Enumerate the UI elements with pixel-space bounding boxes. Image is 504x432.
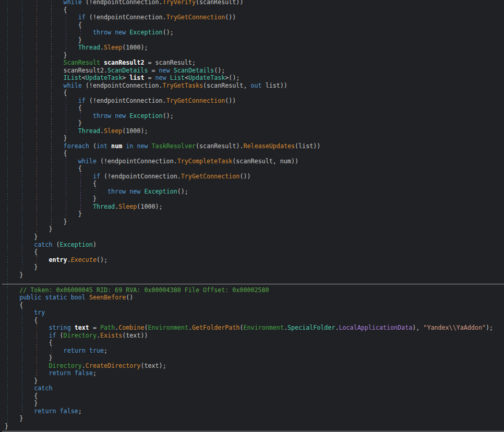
code-line[interactable]: IList<UpdateTask> list = new List<Update… <box>5 74 493 82</box>
code-line[interactable]: } <box>5 233 493 241</box>
code-token: } <box>5 354 52 362</box>
code-token: Environment <box>244 324 284 331</box>
code-line[interactable]: { <box>5 89 493 97</box>
code-line[interactable]: throw new Exception(); <box>5 112 493 120</box>
code-token: foreach <box>64 142 89 150</box>
code-text-layer[interactable]: while (!endpointConnection.TryVerify(sca… <box>0 0 493 430</box>
code-line[interactable]: while (!endpointConnection.TryVerify(sca… <box>5 0 493 6</box>
code-line[interactable]: } <box>5 377 493 385</box>
code-line[interactable]: try <box>5 309 493 317</box>
code-line[interactable]: } <box>5 415 493 423</box>
code-line[interactable]: } <box>5 271 493 279</box>
code-line[interactable]: } <box>5 423 493 430</box>
code-line[interactable]: { <box>5 339 493 347</box>
code-token: while <box>64 82 82 89</box>
code-line[interactable]: { <box>5 150 493 158</box>
code-line[interactable]: return false; <box>5 407 493 415</box>
code-token: Exception <box>129 29 162 36</box>
code-line[interactable]: entry.Execute(); <box>5 256 493 264</box>
code-token: true <box>89 347 104 354</box>
code-line[interactable]: } <box>5 119 493 127</box>
code-line[interactable]: } <box>5 37 493 44</box>
code-line[interactable]: throw new Exception(); <box>5 29 493 37</box>
code-token: if <box>78 14 86 21</box>
code-line[interactable]: while (!endpointConnection.TryGetTasks(s… <box>5 82 493 90</box>
code-line[interactable]: Thread.Sleep(1000); <box>5 127 493 135</box>
code-token: } <box>5 119 82 127</box>
code-token: (scanResult, num)) <box>232 158 298 165</box>
code-editor[interactable]: while (!endpointConnection.TryVerify(sca… <box>0 0 504 432</box>
code-line[interactable]: } <box>5 210 493 218</box>
code-line[interactable]: foreach (int num in new TaskResolver(sca… <box>5 142 493 150</box>
code-token <box>5 82 64 89</box>
code-token: ( <box>52 241 59 248</box>
code-line[interactable]: if (!endpointConnection.TryGetConnection… <box>5 173 493 181</box>
code-token: throw <box>93 112 111 119</box>
code-line[interactable]: public static bool SeenBefore() <box>5 294 493 302</box>
code-token: Directory <box>64 332 97 339</box>
code-line[interactable]: { <box>5 6 493 14</box>
code-line[interactable]: { <box>5 21 493 29</box>
code-line[interactable]: } <box>5 263 493 271</box>
code-line[interactable]: } <box>5 354 493 362</box>
code-line[interactable]: if (!endpointConnection.TryGetConnection… <box>5 14 493 21</box>
code-line[interactable]: ScanResult scanResult2 = scanResult; <box>5 59 493 67</box>
code-line[interactable]: } <box>5 400 493 407</box>
code-token: { <box>5 150 67 157</box>
code-line[interactable]: Directory.CreateDirectory(text); <box>5 362 493 370</box>
code-token: Environment <box>148 324 188 331</box>
code-token: (scanResult, <box>203 82 250 89</box>
code-line[interactable]: scanResult2.ScanDetails = new ScanDetail… <box>5 67 493 75</box>
code-token: (); <box>163 112 174 119</box>
code-line[interactable]: if (Directory.Exists(text)) <box>5 332 493 340</box>
code-line[interactable]: } <box>5 225 493 233</box>
code-token: > <box>122 74 129 81</box>
code-token: = <box>89 324 100 331</box>
code-line[interactable]: return false; <box>5 369 493 377</box>
code-line[interactable]: throw new Exception(); <box>5 188 493 196</box>
code-token: static <box>45 294 67 301</box>
code-line[interactable]: } <box>5 195 493 203</box>
code-token: throw <box>93 29 111 36</box>
code-token: } <box>5 233 38 241</box>
code-line[interactable]: if (!endpointConnection.TryGetConnection… <box>5 97 493 105</box>
code-token <box>5 286 19 294</box>
code-line[interactable]: } <box>5 218 493 226</box>
code-line[interactable]: { <box>5 104 493 112</box>
code-line[interactable]: // Token: 0x06000045 RID: 69 RVA: 0x0000… <box>5 286 493 294</box>
code-token: TryGetConnection <box>166 14 225 21</box>
code-line[interactable]: Thread.Sleep(1000); <box>5 44 493 52</box>
code-line[interactable]: Thread.Sleep(1000); <box>5 203 493 211</box>
code-line[interactable]: catch (Exception) <box>5 241 493 249</box>
code-token: CreateDirectory <box>86 362 141 369</box>
code-line[interactable]: { <box>5 302 493 309</box>
code-token: < <box>82 74 86 81</box>
code-token: SeenBefore <box>89 294 126 301</box>
code-line[interactable] <box>5 279 493 286</box>
code-line[interactable]: catch <box>5 385 493 392</box>
code-token: } <box>5 225 52 233</box>
code-token <box>5 203 93 210</box>
code-token <box>5 112 93 119</box>
code-token: { <box>5 339 52 346</box>
code-token: { <box>5 248 38 256</box>
code-line[interactable]: { <box>5 392 493 400</box>
code-token: ()) <box>239 173 250 180</box>
code-line[interactable]: { <box>5 317 493 325</box>
code-line[interactable]: { <box>5 180 493 188</box>
code-token: list <box>129 74 144 81</box>
code-line[interactable]: } <box>5 135 493 142</box>
code-line[interactable]: while (!endpointConnection.TryCompleteTa… <box>5 158 493 165</box>
code-line[interactable]: string text = Path.Combine(Environment.G… <box>5 324 493 332</box>
code-line[interactable]: } <box>5 52 493 59</box>
code-token: text <box>75 324 89 331</box>
code-token: (text); <box>140 362 166 369</box>
code-token <box>5 158 78 165</box>
code-token: throw <box>107 188 126 195</box>
code-line[interactable]: { <box>5 165 493 173</box>
code-token: UpdateTask <box>188 74 225 81</box>
code-line[interactable]: return true; <box>5 347 493 355</box>
code-line[interactable]: { <box>5 248 493 256</box>
code-token: { <box>5 6 67 14</box>
code-token: Combine <box>118 324 144 331</box>
